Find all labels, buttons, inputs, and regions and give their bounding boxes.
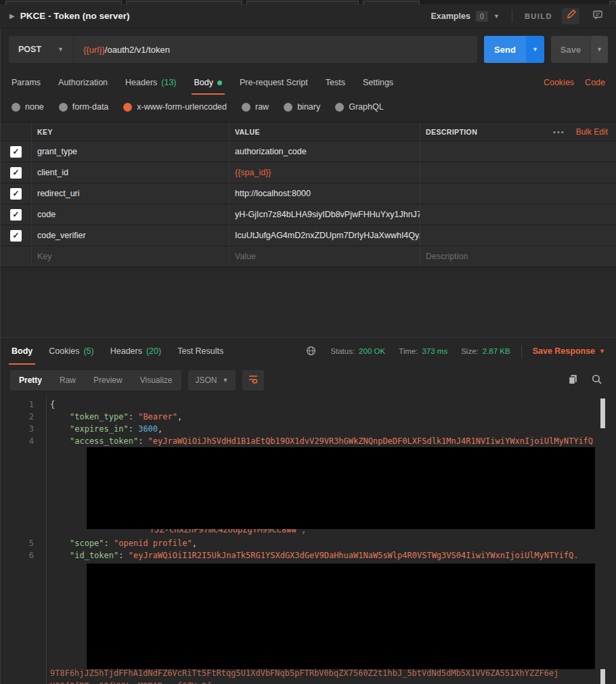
key-field[interactable]: client_id bbox=[32, 162, 229, 183]
row-checkbox[interactable]: ✓ bbox=[10, 167, 22, 179]
language-select[interactable]: JSON ▼ bbox=[188, 370, 236, 390]
edit-mode-button[interactable] bbox=[562, 8, 579, 24]
value-field[interactable]: {{spa_id}} bbox=[229, 162, 420, 183]
key-field[interactable]: grant_type bbox=[32, 141, 229, 162]
tab-pre-request-script[interactable]: Pre-request Script bbox=[240, 70, 308, 95]
scrollbar-thumb[interactable] bbox=[600, 398, 605, 428]
response-tab-cookies[interactable]: Cookies(5) bbox=[49, 338, 93, 365]
app-tab[interactable] bbox=[5, 1, 122, 5]
value-field-placeholder[interactable]: Value bbox=[229, 246, 420, 267]
status-value: 200 OK bbox=[359, 347, 385, 355]
time-value: 373 ms bbox=[422, 347, 447, 355]
tab-authorization[interactable]: Authorization bbox=[58, 70, 108, 95]
save-options-button[interactable]: ▼ bbox=[590, 36, 608, 63]
language-value: JSON bbox=[196, 375, 217, 385]
network-globe-icon[interactable] bbox=[305, 345, 317, 358]
send-chevron-icon: ▼ bbox=[532, 46, 538, 53]
url-path: /oauth2/v1/token bbox=[105, 45, 170, 55]
row-checkbox[interactable]: ✓ bbox=[10, 209, 22, 221]
more-options-icon[interactable]: ••• bbox=[553, 128, 565, 136]
send-button[interactable]: Send bbox=[484, 36, 526, 63]
response-tab-headers[interactable]: Headers(20) bbox=[110, 338, 161, 365]
response-tab-body[interactable]: Body bbox=[12, 338, 32, 365]
body-mode-binary[interactable]: binary bbox=[284, 102, 320, 112]
time-label: Time: bbox=[399, 347, 418, 355]
method-select[interactable]: POST ▼ bbox=[9, 36, 74, 63]
cookies-count: (5) bbox=[83, 346, 93, 356]
redaction-box bbox=[87, 564, 595, 669]
search-icon[interactable] bbox=[591, 373, 602, 388]
examples-chevron-icon[interactable]: ▼ bbox=[493, 13, 500, 20]
size-value: 2.87 KB bbox=[483, 347, 510, 355]
tab-tests[interactable]: Tests bbox=[326, 70, 345, 95]
build-label: BUILD bbox=[525, 12, 552, 20]
send-options-button[interactable]: ▼ bbox=[526, 36, 544, 63]
code-line: "expires_in": 3600, bbox=[70, 423, 162, 435]
table-row: ✓ code yH-GjIcn7z84bLHA9siyIDb8vPjwFHHuY… bbox=[1, 204, 616, 225]
line-number: 5 bbox=[29, 537, 34, 549]
wrap-text-icon bbox=[248, 373, 259, 387]
view-mode-pretty[interactable]: Pretty bbox=[10, 370, 51, 390]
value-field[interactable]: IcuUtJufgAG4mD2nxZDUpm7DrIyHJaXwwhI4Qy..… bbox=[229, 225, 420, 246]
save-response-button[interactable]: Save Response▼ bbox=[533, 346, 605, 356]
body-mode-urlencoded[interactable]: x-www-form-urlencoded bbox=[123, 102, 227, 112]
view-mode-switcher: Pretty Raw Preview Visualize bbox=[10, 370, 181, 390]
response-tab-test-results[interactable]: Test Results bbox=[177, 338, 223, 365]
description-field[interactable] bbox=[420, 141, 616, 162]
key-field-placeholder[interactable]: Key bbox=[32, 246, 229, 267]
value-field[interactable]: authorization_code bbox=[229, 141, 420, 162]
row-checkbox[interactable]: ✓ bbox=[10, 230, 22, 242]
examples-label[interactable]: Examples bbox=[431, 12, 470, 21]
description-field[interactable] bbox=[420, 225, 616, 246]
pencil-icon bbox=[566, 9, 576, 22]
row-checkbox[interactable]: ✓ bbox=[10, 146, 22, 158]
tab-settings[interactable]: Settings bbox=[363, 70, 393, 95]
description-field-placeholder[interactable]: Description bbox=[420, 246, 616, 267]
view-mode-preview[interactable]: Preview bbox=[85, 370, 131, 390]
redaction-box bbox=[87, 447, 595, 529]
description-field[interactable] bbox=[420, 162, 616, 183]
app-tab[interactable] bbox=[363, 1, 420, 5]
kv-header-checkbox-cell bbox=[1, 122, 32, 141]
method-chevron-icon: ▼ bbox=[58, 46, 64, 53]
key-field[interactable]: redirect_uri bbox=[32, 183, 229, 204]
description-field[interactable] bbox=[420, 204, 616, 225]
cookies-link[interactable]: Cookies bbox=[544, 78, 574, 87]
body-mode-form-data[interactable]: form-data bbox=[59, 102, 109, 112]
value-field[interactable]: http://localhost:8000 bbox=[229, 183, 420, 204]
response-body-viewer[interactable]: 1 2 3 4 5 6 { "token_type": "Bearer", "e… bbox=[1, 396, 616, 684]
line-number: 3 bbox=[29, 423, 34, 435]
body-mode-graphql[interactable]: GraphQL bbox=[335, 102, 383, 112]
tab-headers[interactable]: Headers(13) bbox=[125, 70, 176, 95]
console-button[interactable] bbox=[589, 8, 607, 24]
app-tab[interactable] bbox=[126, 1, 242, 5]
app-tab[interactable] bbox=[609, 1, 616, 5]
body-mode-none[interactable]: none bbox=[12, 102, 44, 112]
save-button[interactable]: Save bbox=[551, 36, 590, 63]
collapse-chevron-icon[interactable]: ▶ bbox=[9, 12, 15, 20]
row-checkbox[interactable]: ✓ bbox=[10, 188, 22, 200]
tab-body[interactable]: Body bbox=[194, 70, 223, 95]
view-mode-visualize[interactable]: Visualize bbox=[131, 370, 181, 390]
body-mode-raw[interactable]: raw bbox=[242, 102, 269, 112]
code-link[interactable]: Code bbox=[585, 78, 605, 87]
response-viewer-toolbar: Pretty Raw Preview Visualize JSON ▼ bbox=[1, 365, 616, 396]
value-field[interactable]: yH-GjIcn7z84bLHA9siyIDb8vPjwFHHuYxy1JhnJ… bbox=[229, 204, 420, 225]
code-line: "access_token": "eyJraWQiOiJhSVdHd1B1aEt… bbox=[70, 435, 595, 447]
copy-icon[interactable] bbox=[567, 373, 579, 388]
response-bar: Body Cookies(5) Headers(20) Test Results… bbox=[1, 338, 616, 365]
app-tab[interactable] bbox=[246, 1, 359, 5]
key-field[interactable]: code_verifier bbox=[32, 225, 229, 246]
code-line: "scope": "openid profile", bbox=[70, 537, 197, 549]
description-field[interactable] bbox=[420, 183, 616, 204]
body-mode-row: none form-data x-www-form-urlencoded raw… bbox=[1, 95, 616, 119]
key-field[interactable]: code bbox=[32, 204, 229, 225]
wrap-text-button[interactable] bbox=[242, 370, 264, 390]
scrollbar-thumb[interactable] bbox=[600, 669, 605, 684]
tab-params[interactable]: Params bbox=[12, 70, 41, 95]
language-chevron-icon: ▼ bbox=[223, 377, 229, 384]
bulk-edit-link[interactable]: Bulk Edit bbox=[576, 127, 608, 137]
url-input[interactable]: {{url}}/oauth2/v1/token bbox=[74, 45, 170, 55]
divider bbox=[512, 10, 512, 22]
view-mode-raw[interactable]: Raw bbox=[51, 370, 85, 390]
